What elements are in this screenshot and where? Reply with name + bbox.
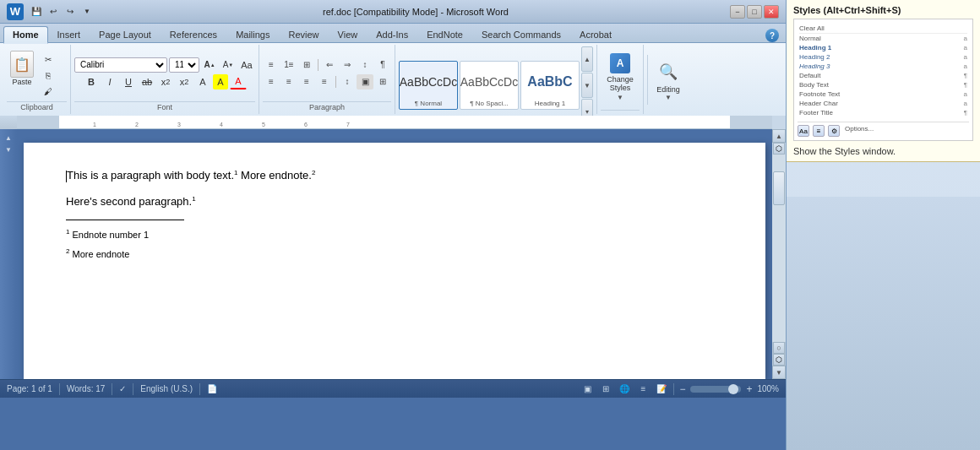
left-margin-arrow2[interactable]: ▼: [3, 144, 14, 155]
tab-page-layout[interactable]: Page Layout: [90, 26, 161, 42]
styles-scroll-up[interactable]: ▲: [581, 46, 593, 72]
style-no-spacing[interactable]: AaBbCcDc ¶ No Spaci...: [460, 61, 519, 110]
change-styles-button[interactable]: A ChangeStyles ▼: [602, 50, 639, 105]
styles-new-button[interactable]: Aa: [798, 125, 809, 137]
bold-button[interactable]: B: [83, 74, 100, 89]
scroll-page-down-button[interactable]: ⬡: [773, 354, 785, 366]
superscript-button[interactable]: x2: [176, 74, 193, 89]
tab-insert[interactable]: Insert: [48, 26, 90, 42]
underline-button[interactable]: U: [120, 74, 137, 89]
print-layout-view-button[interactable]: ▣: [580, 383, 594, 395]
change-styles-group: A ChangeStyles ▼: [597, 45, 644, 114]
track-changes-icon-status[interactable]: 📄: [207, 384, 217, 393]
font-color-button[interactable]: A: [230, 74, 247, 89]
endnote-2-text: More endnote: [73, 249, 130, 259]
subscript-button[interactable]: x2: [157, 74, 174, 89]
bullets-button[interactable]: ≡: [263, 57, 280, 73]
style-no-spacing-label: ¶ No Spaci...: [470, 100, 509, 107]
draft-view-button[interactable]: 📝: [655, 383, 668, 395]
qa-save[interactable]: 💾: [29, 4, 44, 19]
tab-review[interactable]: Review: [279, 26, 328, 42]
align-right-button[interactable]: ≡: [298, 74, 315, 89]
strikethrough-button[interactable]: ab: [139, 74, 155, 89]
font-group: Calibri 11 A▲ A▼ Aa B I U ab: [71, 45, 259, 114]
scroll-down-button[interactable]: ▼: [772, 366, 786, 379]
align-left-button[interactable]: ≡: [263, 74, 280, 89]
editing-group: 🔍 Editing ▼: [644, 45, 692, 114]
change-styles-dropdown-arrow: ▼: [617, 94, 623, 101]
grow-font-button[interactable]: A▲: [201, 57, 218, 73]
qa-dropdown[interactable]: ▼: [79, 4, 95, 19]
tab-addins[interactable]: Add-Ins: [367, 26, 417, 42]
change-styles-icon: A: [610, 53, 630, 73]
tab-references[interactable]: References: [161, 26, 226, 42]
shrink-font-button[interactable]: A▼: [220, 57, 237, 73]
font-size-select[interactable]: 11: [169, 57, 199, 73]
copy-button[interactable]: ⎘: [39, 68, 57, 83]
scroll-up-button[interactable]: ▲: [772, 129, 786, 143]
endnote-ref-3[interactable]: 1: [192, 195, 195, 203]
paste-button[interactable]: 📋 Paste: [7, 49, 37, 88]
paragraph-1-text2: More endnote.: [237, 169, 311, 182]
title-text: ref.doc [Compatibility Mode] - Microsoft…: [101, 7, 730, 17]
outline-view-button[interactable]: ≡: [636, 383, 650, 395]
web-layout-view-button[interactable]: 🌐: [618, 383, 631, 395]
scroll-track: [772, 155, 786, 342]
align-center-button[interactable]: ≡: [280, 74, 297, 89]
scroll-thumb[interactable]: [773, 171, 785, 205]
line-spacing-button[interactable]: ↕: [339, 74, 356, 89]
styles-scroll-down[interactable]: ▼: [581, 73, 593, 98]
highlight-button[interactable]: A: [213, 74, 228, 89]
paragraph-label: Paragraph: [263, 101, 391, 112]
border-button[interactable]: ⊞: [374, 74, 391, 89]
tab-acrobat[interactable]: Acrobat: [570, 26, 621, 42]
vertical-scrollbar: ▲ ⬡ ○ ⬡ ▼: [772, 129, 786, 379]
italic-button[interactable]: I: [101, 74, 118, 89]
left-margin-arrow[interactable]: ▲: [3, 133, 14, 143]
font-name-select[interactable]: Calibri: [74, 57, 167, 73]
justify-button[interactable]: ≡: [316, 74, 333, 89]
styles-options-button[interactable]: ⚙: [828, 125, 840, 137]
editing-button[interactable]: 🔍 Editing ▼: [647, 55, 689, 105]
maximize-button[interactable]: □: [747, 5, 762, 19]
increase-indent-button[interactable]: ⇒: [339, 57, 356, 73]
text-effects-button[interactable]: A: [194, 74, 211, 89]
document-page[interactable]: This is a paragraph with body text.1 Mor…: [24, 143, 765, 379]
zoom-thumb[interactable]: [728, 384, 738, 394]
style-heading1[interactable]: AaBbC Heading 1: [520, 61, 580, 110]
styles-manage-button[interactable]: ≡: [813, 125, 825, 137]
zoom-out-button[interactable]: −: [679, 383, 685, 395]
scroll-page-up-button[interactable]: ⬡: [773, 143, 785, 155]
multilevel-button[interactable]: ⊞: [298, 57, 315, 73]
sort-button[interactable]: ↕: [357, 57, 373, 73]
window-controls: − □ ✕: [730, 5, 779, 19]
tab-mailings[interactable]: Mailings: [226, 26, 279, 42]
tab-view[interactable]: View: [329, 26, 368, 42]
spell-check-icon-status[interactable]: ✓: [119, 384, 126, 393]
zoom-slider[interactable]: [690, 386, 741, 393]
font-label: Font: [74, 101, 255, 112]
styles-group: AaBbCcDc ¶ Normal AaBbCcDc ¶ No Spaci...: [395, 45, 597, 114]
tab-search-commands[interactable]: Search Commands: [472, 26, 570, 42]
shading-button[interactable]: ▣: [357, 74, 373, 89]
qa-undo[interactable]: ↩: [46, 4, 61, 19]
close-button[interactable]: ✕: [764, 5, 779, 19]
full-screen-view-button[interactable]: ⊞: [599, 383, 612, 395]
style-normal[interactable]: AaBbCcDc ¶ Normal: [399, 61, 458, 110]
clear-format-button[interactable]: Aa: [238, 57, 255, 73]
help-icon[interactable]: ?: [765, 29, 779, 42]
tab-endnote[interactable]: EndNote: [417, 26, 472, 42]
minimize-button[interactable]: −: [730, 5, 745, 19]
format-painter-button[interactable]: 🖌: [39, 84, 57, 99]
scroll-select-browse-button[interactable]: ○: [773, 342, 785, 354]
status-bar: Page: 1 of 1 Words: 17 ✓ English (U.S.) …: [0, 379, 786, 398]
show-para-button[interactable]: ¶: [374, 57, 391, 73]
numbering-button[interactable]: 1≡: [280, 57, 297, 73]
font-name-row: Calibri 11 A▲ A▼ Aa: [74, 57, 255, 73]
endnote-ref-2[interactable]: 2: [312, 169, 315, 176]
cut-button[interactable]: ✂: [39, 52, 57, 67]
tab-home[interactable]: Home: [3, 26, 48, 44]
decrease-indent-button[interactable]: ⇐: [321, 57, 338, 73]
qa-redo[interactable]: ↪: [63, 4, 78, 19]
zoom-in-button[interactable]: +: [746, 383, 752, 395]
